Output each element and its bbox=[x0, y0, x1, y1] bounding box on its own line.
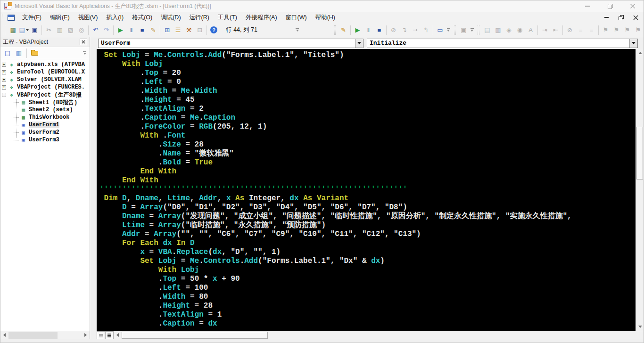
step-out-button[interactable]: ↰ bbox=[421, 25, 431, 35]
view-excel-button[interactable]: ▦ bbox=[8, 25, 18, 35]
list-constants-button[interactable]: ▥ bbox=[493, 25, 504, 35]
object-dropdown[interactable]: UserForm bbox=[98, 39, 363, 48]
full-module-view-button[interactable] bbox=[105, 331, 114, 339]
code-editor[interactable]: Set Lobj = Me.Controls.Add("Forms.Label.… bbox=[97, 49, 636, 331]
menu-item[interactable]: 帮助(H) bbox=[311, 12, 339, 24]
toolbar-overflow-icon[interactable] bbox=[446, 24, 452, 36]
tree-item-userform2[interactable]: ▣UserForm2 bbox=[0, 129, 90, 136]
tree-item-userform3[interactable]: ▣UserForm3 bbox=[0, 136, 90, 144]
toolbox-button[interactable]: ⚒ bbox=[183, 25, 194, 35]
toggle-breakpoint-button[interactable]: ⊘ bbox=[388, 25, 399, 35]
scroll-left-button[interactable] bbox=[114, 331, 122, 339]
paste-button[interactable]: ▧ bbox=[65, 25, 76, 35]
restore-button[interactable] bbox=[607, 3, 613, 9]
procedure-view-button[interactable] bbox=[97, 331, 105, 339]
next-bookmark-button[interactable]: ⚑ bbox=[611, 25, 622, 35]
minimize-button[interactable] bbox=[584, 3, 591, 9]
tree-item-thisworkbook[interactable]: ▩ThisWorkbook bbox=[0, 114, 90, 121]
properties-window-button[interactable]: ☰ bbox=[173, 25, 183, 35]
tree-item-vbaproject[interactable]: +❖VBAProject (FUNCRES. bbox=[0, 83, 90, 91]
expand-icon[interactable]: + bbox=[2, 70, 6, 74]
menu-item[interactable]: 调试(D) bbox=[157, 12, 185, 24]
hscroll-thumb[interactable] bbox=[122, 332, 268, 339]
scroll-left-button[interactable] bbox=[0, 331, 8, 339]
toolbar-grip-2[interactable] bbox=[334, 25, 336, 35]
cut-button[interactable]: ✂ bbox=[43, 25, 54, 35]
clear-bookmarks-button[interactable]: ⚑ bbox=[633, 25, 644, 35]
menu-item[interactable]: 运行(R) bbox=[185, 12, 214, 24]
run-button[interactable]: ▶ bbox=[352, 25, 363, 35]
design-mode-button[interactable]: ✎ bbox=[338, 25, 349, 35]
object-browser-button[interactable]: ⊟ bbox=[194, 25, 205, 35]
dropdown-arrow-icon[interactable] bbox=[629, 39, 637, 48]
uncomment-block-button[interactable]: ≡ bbox=[586, 25, 597, 35]
complete-word-button[interactable]: A bbox=[525, 25, 536, 35]
project-explorer-close-button[interactable] bbox=[80, 39, 87, 45]
immediate-window-button[interactable]: ▭ bbox=[435, 25, 446, 35]
save-button[interactable]: ▣ bbox=[29, 25, 40, 35]
toolbar-overflow-icon[interactable] bbox=[296, 24, 299, 36]
help-button[interactable]: ? bbox=[208, 25, 219, 35]
quick-info-button[interactable]: ◈ bbox=[504, 25, 514, 35]
break-button[interactable]: ‖ bbox=[126, 25, 137, 35]
toolbar-grip[interactable] bbox=[478, 25, 479, 35]
tree-item-solver[interactable]: +❖Solver (SOLVER.XLAM bbox=[0, 76, 90, 83]
find-button[interactable]: ◎ bbox=[76, 25, 87, 35]
project-explorer-button[interactable]: ⊞ bbox=[162, 25, 173, 35]
previous-bookmark-button[interactable]: ⚑ bbox=[622, 25, 633, 35]
tree-item-atpvbaenxls[interactable]: +❖atpvbaen.xls (ATPVBA bbox=[0, 61, 90, 68]
menu-item[interactable]: 编辑(E) bbox=[46, 12, 74, 24]
insert-userform-button[interactable]: ▤ bbox=[18, 25, 29, 35]
toggle-folders-button[interactable] bbox=[29, 49, 40, 58]
tree-item-eurotool[interactable]: +❖EuroTool (EUROTOOL.X bbox=[0, 68, 90, 76]
mdi-restore-button[interactable] bbox=[618, 14, 624, 21]
menubar-grip[interactable] bbox=[2, 14, 4, 21]
indent-button[interactable]: ⇥ bbox=[539, 25, 550, 35]
reset-button[interactable]: ■ bbox=[374, 25, 385, 35]
tree-item-userform1[interactable]: ▣UserForm1 bbox=[0, 121, 90, 129]
break-button[interactable]: ‖ bbox=[363, 25, 374, 35]
mdi-close-button[interactable] bbox=[632, 14, 639, 21]
menu-item[interactable]: 插入(I) bbox=[102, 12, 128, 24]
menu-item[interactable]: 格式(O) bbox=[128, 12, 157, 24]
collapse-icon[interactable]: - bbox=[2, 93, 6, 97]
outdent-button[interactable]: ⇤ bbox=[550, 25, 561, 35]
expand-icon[interactable]: + bbox=[2, 78, 6, 82]
breakpoint-hand-button[interactable]: ⊘ bbox=[564, 25, 575, 35]
run-button[interactable]: ▶ bbox=[115, 25, 126, 35]
vscroll-thumb[interactable] bbox=[636, 127, 643, 180]
menu-item[interactable]: 视图(V) bbox=[74, 12, 102, 24]
close-button[interactable] bbox=[629, 3, 636, 9]
dropdown-arrow-icon[interactable] bbox=[355, 39, 363, 48]
procedure-dropdown[interactable]: Initialize bbox=[367, 39, 638, 48]
expand-icon[interactable]: + bbox=[2, 85, 6, 90]
menu-item[interactable]: 文件(F) bbox=[18, 12, 46, 24]
windows-button[interactable]: ▣ bbox=[458, 25, 469, 35]
menu-item[interactable]: 工具(T) bbox=[214, 12, 241, 24]
step-into-button[interactable]: ↴ bbox=[399, 25, 410, 35]
expand-icon[interactable]: + bbox=[2, 63, 6, 67]
mdi-minimize-button[interactable] bbox=[603, 14, 610, 21]
view-code-button[interactable]: ▤ bbox=[2, 49, 13, 58]
scroll-right-button[interactable] bbox=[82, 331, 90, 339]
tree-item-sheet1[interactable]: ▦Sheet1 (8D报告) bbox=[0, 98, 90, 106]
tree-item-sheet2[interactable]: ▦Sheet2 (sets) bbox=[0, 106, 90, 114]
menu-item[interactable]: 外接程序(A) bbox=[241, 12, 281, 24]
step-over-button[interactable]: ⇢ bbox=[410, 25, 421, 35]
reset-button[interactable]: ■ bbox=[137, 25, 148, 35]
parameter-info-button[interactable]: ◉ bbox=[514, 25, 525, 35]
undo-button[interactable]: ↶ bbox=[90, 25, 101, 35]
menu-item[interactable]: 窗口(W) bbox=[281, 12, 311, 24]
toolbar-overflow-icon[interactable] bbox=[469, 24, 475, 36]
view-object-button[interactable]: ▦ bbox=[14, 49, 24, 58]
dropdown-arrow-icon[interactable] bbox=[26, 29, 29, 31]
redo-button[interactable]: ↷ bbox=[101, 25, 112, 35]
toggle-bookmark-button[interactable]: ⚑ bbox=[600, 25, 611, 35]
comment-block-button[interactable]: ≡ bbox=[575, 25, 586, 35]
scroll-down-button[interactable] bbox=[636, 323, 644, 331]
toolbar-grip[interactable] bbox=[4, 25, 5, 35]
panel-overflow-icon[interactable] bbox=[82, 48, 88, 59]
toolbar-grip[interactable] bbox=[454, 25, 456, 35]
hscroll-thumb[interactable] bbox=[8, 332, 58, 339]
child-window-icon[interactable] bbox=[8, 15, 15, 21]
